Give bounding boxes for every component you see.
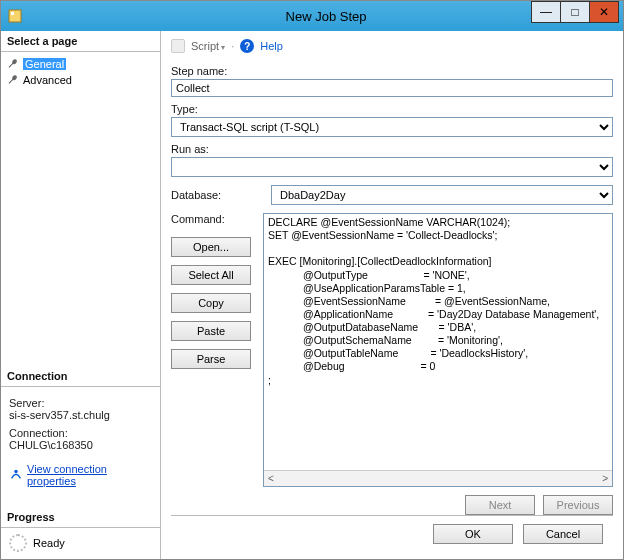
connection-label: Connection: [9,427,152,439]
app-icon [7,8,23,24]
page-advanced[interactable]: Advanced [1,72,160,88]
select-page-header: Select a page [1,31,160,49]
help-link[interactable]: Help [260,40,283,52]
page-label: Advanced [23,74,72,86]
progress-status: Ready [33,537,65,549]
svg-rect-1 [11,12,14,15]
page-label: General [23,58,66,70]
next-button[interactable]: Next [465,495,535,515]
left-pane: Select a page General Advanced Connectio… [1,31,161,560]
database-label: Database: [171,189,251,201]
svg-rect-0 [9,10,21,22]
link-icon [9,467,23,483]
ok-button[interactable]: OK [433,524,513,544]
maximize-button[interactable]: □ [560,1,590,23]
runas-label: Run as: [171,143,613,155]
help-icon: ? [240,39,254,53]
toolbar: Script · ? Help [171,37,613,59]
connection-value: CHULG\c168350 [9,439,152,451]
minimize-button[interactable]: — [531,1,561,23]
dialog-button-bar: OK Cancel [171,515,613,552]
progress-header: Progress [1,507,160,525]
paste-button[interactable]: Paste [171,321,251,341]
parse-button[interactable]: Parse [171,349,251,369]
server-value: si-s-serv357.st.chulg [9,409,152,421]
copy-button[interactable]: Copy [171,293,251,313]
database-select[interactable]: DbaDay2Day [271,185,613,205]
runas-select[interactable] [171,157,613,177]
type-label: Type: [171,103,613,115]
progress-spinner-icon [9,534,27,552]
close-button[interactable]: ✕ [589,1,619,23]
server-label: Server: [9,397,152,409]
wrench-icon [7,58,19,70]
svg-point-2 [14,470,18,474]
title-bar: New Job Step — □ ✕ [1,1,623,31]
right-pane: Script · ? Help Step name: Type: Transac… [161,31,623,560]
page-general[interactable]: General [1,56,160,72]
step-name-label: Step name: [171,65,613,77]
script-dropdown[interactable]: Script [191,40,225,52]
previous-button[interactable]: Previous [543,495,613,515]
cancel-button[interactable]: Cancel [523,524,603,544]
command-textarea[interactable] [264,214,612,470]
connection-header: Connection [1,366,160,384]
type-select[interactable]: Transact-SQL script (T-SQL) [171,117,613,137]
wrench-icon [7,74,19,86]
script-icon [171,39,185,53]
command-label: Command: [171,213,251,225]
view-connection-properties[interactable]: View connection properties [1,459,160,491]
horizontal-scrollbar[interactable]: <> [264,470,612,486]
select-all-button[interactable]: Select All [171,265,251,285]
view-connection-link[interactable]: View connection properties [27,463,152,487]
step-name-input[interactable] [171,79,613,97]
open-button[interactable]: Open... [171,237,251,257]
